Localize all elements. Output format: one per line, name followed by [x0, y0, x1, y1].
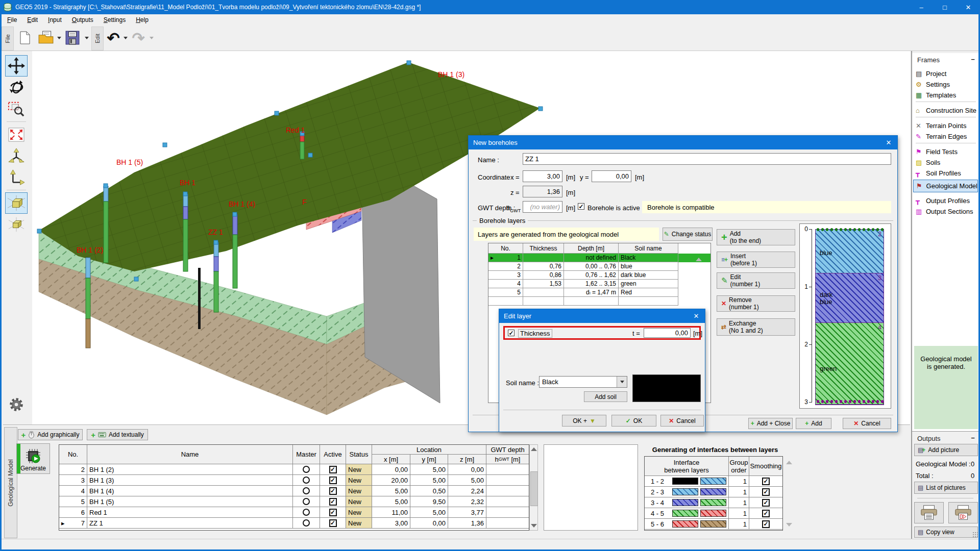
active-checkbox[interactable]	[329, 466, 337, 473]
maximize-button[interactable]: □	[933, 0, 957, 14]
close-button[interactable]: ✕	[957, 0, 980, 14]
sidebar-item-templates[interactable]: ▦Templates	[916, 90, 956, 101]
view-settings-gear-button[interactable]	[5, 394, 28, 415]
table-row[interactable]: 6 Red 1 New 11,00 5,00 3,77	[59, 507, 529, 518]
outputs-minimize-button[interactable]: –	[969, 434, 977, 442]
sidebar-item-output-sections[interactable]: ▥Output Sections	[916, 206, 973, 217]
scroll-up-arrow[interactable]	[531, 447, 537, 451]
sidebar-item-settings[interactable]: ⚙Settings	[916, 79, 950, 90]
smoothing-checkbox[interactable]	[762, 520, 770, 528]
rotate-tool-button[interactable]	[5, 77, 28, 98]
smoothing-checkbox[interactable]	[762, 510, 770, 517]
sidebar-item-soil-profiles[interactable]: ┳Soil Profiles	[916, 168, 961, 179]
borehole-active-checkbox[interactable]	[578, 203, 584, 210]
master-radio[interactable]	[303, 519, 310, 527]
active-checkbox[interactable]	[329, 477, 337, 484]
copy-view-button[interactable]: ▤ Copy view	[914, 527, 978, 538]
interfaces-scroll-up[interactable]	[786, 461, 792, 464]
layers-scroll-up[interactable]	[696, 258, 702, 261]
save-dropdown-arrow[interactable]	[85, 37, 89, 39]
add-button[interactable]: + Add	[796, 418, 831, 429]
sidebar-item-project[interactable]: ▤Project	[916, 68, 946, 79]
axonometry-tool-button[interactable]	[5, 145, 28, 167]
zoom-window-tool-button[interactable]	[5, 98, 28, 119]
interfaces-scroll-down[interactable]	[786, 523, 792, 527]
smoothing-checkbox[interactable]	[762, 488, 770, 496]
thickness-checkbox[interactable]	[508, 330, 514, 336]
table-row[interactable]: 3 BH 1 (3) New 20,00 5,00 5,00	[59, 475, 529, 486]
menu-edit[interactable]: Edit	[26, 15, 39, 24]
redo-dropdown-arrow[interactable]	[150, 37, 154, 39]
remove-layer-button[interactable]: ✕ Remove(number 1)	[717, 295, 795, 312]
interface-row[interactable]: 1 - 2 1	[645, 476, 782, 487]
edit-dialog-title-bar[interactable]: Edit layer ✕	[499, 309, 705, 323]
pan-tool-button[interactable]	[5, 55, 28, 77]
edit-cancel-button[interactable]: ✕ Cancel	[660, 415, 704, 427]
ok-button[interactable]: ✓ OK	[611, 415, 656, 427]
axonometric-view-button[interactable]	[5, 214, 28, 235]
layer-row[interactable]: 2 0,76 0,00 .. 0,76 blue	[488, 262, 710, 271]
sidebar-item-construction-site[interactable]: ⌂Construction Site	[916, 105, 976, 116]
add-close-button[interactable]: + Add + Close	[748, 418, 793, 429]
sidebar-item-geological-model-selected[interactable]: ⚑ Geological Model	[913, 180, 978, 192]
menu-settings[interactable]: Settings	[102, 15, 127, 24]
master-radio[interactable]	[303, 466, 310, 473]
cancel-button[interactable]: ✕ Cancel	[843, 418, 891, 429]
sidebar-item-soils[interactable]: ▨Soils	[916, 157, 940, 168]
add-soil-button[interactable]: Add soil	[584, 391, 627, 402]
print-button[interactable]	[914, 502, 944, 523]
interface-row[interactable]: 3 - 4 1	[645, 497, 782, 508]
scroll-down-arrow[interactable]	[531, 524, 537, 528]
layer-row[interactable]: 4 1,53 1,62 .. 3,15 green	[488, 280, 710, 288]
redo-button[interactable]: ↷	[130, 29, 146, 47]
resize-grip[interactable]	[972, 532, 978, 538]
undo-dropdown-arrow[interactable]	[124, 37, 128, 39]
frame-tab-geological-model[interactable]: Geological Model	[4, 427, 17, 538]
layer-row[interactable]: 3 0,86 0,76 .. 1,62 dark blue	[488, 271, 710, 280]
undo-button[interactable]: ↶	[105, 29, 121, 47]
open-file-button[interactable]	[37, 30, 55, 46]
exchange-layers-button[interactable]: ⇄ Exchange(No 1 and 2)	[717, 318, 795, 336]
generate-button[interactable]: Generate	[16, 443, 50, 474]
edit-dialog-close-button[interactable]: ✕	[688, 309, 705, 323]
interface-row[interactable]: 2 - 3 1	[645, 487, 782, 497]
interface-row[interactable]: 4 - 5 1	[645, 508, 782, 519]
dropdown-arrow-button[interactable]	[617, 377, 627, 387]
smoothing-checkbox[interactable]	[762, 499, 770, 507]
save-button[interactable]	[64, 29, 81, 46]
sidebar-item-field-tests[interactable]: ⚑Field Tests	[916, 146, 958, 157]
add-to-end-button[interactable]: + Add(to the end)	[717, 229, 795, 245]
change-status-button[interactable]: ✎ Change status	[663, 228, 713, 241]
table-row-selected[interactable]: ▸ 7 ZZ 1 New 3,00 0,00 1,36	[59, 518, 529, 529]
edit-layer-button[interactable]: ✎ Edit(number 1)	[717, 272, 795, 289]
active-checkbox[interactable]	[329, 509, 337, 516]
smoothing-checkbox[interactable]	[762, 478, 770, 485]
active-checkbox[interactable]	[329, 519, 337, 527]
master-radio[interactable]	[303, 487, 310, 494]
boreholes-table-scrollbar[interactable]	[529, 444, 538, 531]
minimize-button[interactable]: –	[910, 0, 933, 14]
add-textually-button[interactable]: + Add textually	[87, 429, 148, 440]
master-radio[interactable]	[303, 509, 310, 516]
name-input[interactable]	[523, 153, 891, 165]
menu-help[interactable]: Help	[134, 15, 150, 24]
sidebar-item-output-profiles[interactable]: ┳Output Profiles	[916, 195, 970, 206]
new-file-button[interactable]	[17, 30, 33, 46]
sidebar-item-terrain-edges[interactable]: ✎Terrain Edges	[916, 131, 967, 142]
add-picture-button[interactable]: ▤ + Add picture	[914, 444, 978, 456]
axes-2d-tool-button[interactable]	[5, 167, 28, 188]
x-input[interactable]	[523, 170, 562, 182]
y-input[interactable]	[592, 170, 631, 182]
dialog-title-bar[interactable]: New boreholes ✕	[469, 136, 897, 149]
table-row[interactable]: 2 BH 1 (2) New 0,00 5,00 0,00	[59, 464, 529, 475]
ok-next-button[interactable]: OK + ▼	[562, 415, 606, 427]
menu-file[interactable]: File	[6, 15, 18, 24]
print-preview-button[interactable]	[948, 502, 978, 523]
active-checkbox[interactable]	[329, 498, 337, 506]
soil-name-dropdown[interactable]: Black	[539, 376, 627, 388]
interface-row[interactable]: 5 - 6 1	[645, 519, 782, 530]
add-graphically-button[interactable]: + Add graphically	[18, 429, 83, 440]
open-dropdown-arrow[interactable]	[57, 37, 61, 39]
menu-input[interactable]: Input	[46, 15, 63, 24]
sidebar-item-terrain-points[interactable]: ✕Terrain Points	[916, 120, 966, 131]
